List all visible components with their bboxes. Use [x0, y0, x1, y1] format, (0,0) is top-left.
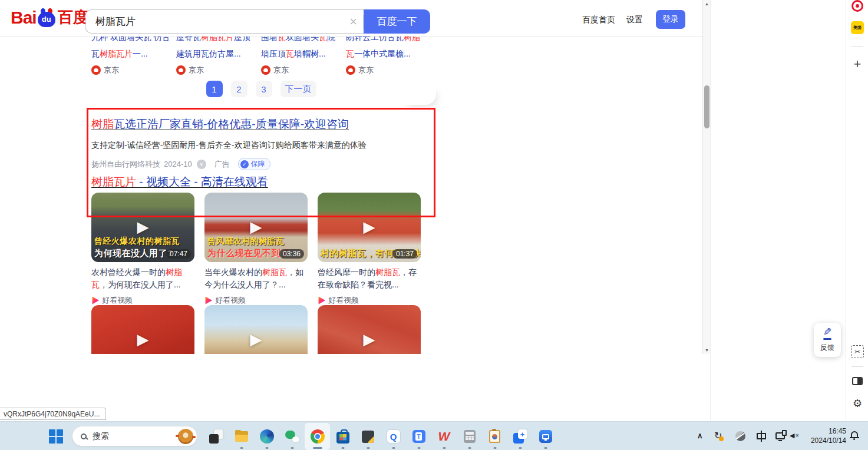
video-row-2: ▶ 树脂瓦 ▶ ▶: [91, 305, 421, 354]
page-button-3[interactable]: 3: [256, 81, 272, 97]
product-title-line2[interactable]: 瓦树脂瓦片一...: [91, 47, 169, 60]
video-source[interactable]: 好看视频: [318, 295, 421, 306]
tray-mute-speaker-icon[interactable]: ◀×: [790, 432, 800, 439]
quark-button[interactable]: Q: [381, 423, 406, 450]
next-page-button[interactable]: 下一页: [280, 81, 316, 97]
baidu-logo[interactable]: Bai du 百度: [11, 7, 88, 28]
video-caption-text[interactable]: 曾经风靡一时的树脂瓦，存在致命缺陷？看完视...: [318, 266, 421, 291]
tray-chevron-up-icon[interactable]: ∧: [697, 431, 703, 440]
video-caption-text[interactable]: 农村曾经火爆一时的树脂瓦，为何现在没人用了...: [91, 266, 194, 291]
video-thumbnail-4[interactable]: ▶ 树脂瓦: [91, 305, 194, 354]
pencil-icon: ✎: [823, 327, 831, 338]
product-source-label: 京东: [358, 65, 374, 75]
docs-button[interactable]: T: [406, 423, 431, 450]
edge-button[interactable]: [254, 423, 279, 450]
video-thumbnail-1[interactable]: ▶ 曾经火爆农村的树脂瓦 为何现在没人用了? 07:47: [91, 193, 194, 262]
video-caption: 当年火爆农村的树脂瓦，如今为什么没人用了？... 好看视频: [204, 266, 308, 306]
video-duration: 07:47: [166, 249, 191, 259]
settings-link[interactable]: 设置: [626, 14, 643, 25]
page-button-1[interactable]: 1: [206, 81, 223, 97]
jd-icon: [346, 65, 355, 75]
video-caption: 农村曾经火爆一时的树脂瓦，为何现在没人用了... 好看视频: [91, 266, 194, 306]
video-thumbnail-5[interactable]: ▶: [204, 305, 308, 354]
product-source-label: 京东: [273, 65, 289, 75]
product-title-line2[interactable]: 建筑用瓦仿古屋...: [176, 47, 254, 60]
meituan-icon[interactable]: 美团: [851, 21, 864, 34]
add-panel-icon[interactable]: +: [846, 57, 868, 72]
baidu-home-link[interactable]: 百度首页: [582, 14, 615, 25]
thumb-overlay-line1: 曾风靡农村的树脂瓦: [207, 236, 285, 247]
ad-title-link[interactable]: 树脂瓦选正浩厂家直销-价格优惠-质量保障-欢迎咨询: [91, 117, 431, 132]
tray-time: 16:45: [805, 426, 846, 436]
gear-icon[interactable]: ⚙: [846, 397, 868, 410]
login-button[interactable]: 登录: [656, 10, 685, 29]
ad-date: 2024-10: [164, 160, 192, 168]
chevron-down-icon[interactable]: ∨: [197, 160, 206, 169]
scroll-down-arrow[interactable]: ▼: [703, 346, 711, 354]
tray-clock[interactable]: 16:45 2024/10/14: [805, 426, 846, 445]
task-view-button[interactable]: [203, 423, 229, 450]
product-item[interactable]: 屋脊瓦树脂瓦片屋顶 建筑用瓦仿古屋... 京东: [176, 31, 261, 75]
scrollbar-thumb[interactable]: [704, 85, 709, 128]
security-monitor-button[interactable]: [533, 423, 558, 450]
tray-notification-bell-icon[interactable]: [851, 431, 858, 437]
video-caption-text[interactable]: 当年火爆农村的树脂瓦，如今为什么没人用了？...: [204, 266, 308, 291]
product-results-row: 九种 双面墙头瓦 仿古 瓦树脂瓦片一... 京东 屋脊瓦树脂瓦片屋顶 建筑用瓦仿…: [91, 31, 437, 75]
wps-button[interactable]: W: [431, 423, 457, 450]
haokan-video-icon: [318, 297, 325, 305]
video-source[interactable]: 好看视频: [91, 295, 194, 306]
video-thumbnail-2[interactable]: ▶ 曾风靡农村的树脂瓦 为什么现在见不到了 03:36: [204, 193, 308, 262]
bluestacks-button[interactable]: +: [507, 423, 533, 450]
product-item[interactable]: 朗轩云工仿古瓦树脂 瓦一体中式屋檐... 京东: [346, 31, 431, 75]
search-button[interactable]: 百度一下: [364, 9, 430, 34]
video-source[interactable]: 好看视频: [204, 295, 308, 306]
video-section-title-link[interactable]: 树脂瓦片 - 视频大全 - 高清在线观看: [91, 175, 268, 189]
product-source[interactable]: 京东: [261, 65, 339, 75]
chrome-icon: [311, 429, 325, 444]
tray-input-method-icon[interactable]: [757, 433, 766, 439]
feedback-button[interactable]: ✎ 反馈: [814, 323, 841, 357]
product-source[interactable]: 京东: [91, 65, 169, 75]
feedback-label: 反馈: [820, 343, 834, 353]
tray-do-not-disturb-icon[interactable]: [735, 431, 745, 441]
file-explorer-button[interactable]: [229, 423, 254, 450]
pencil-underline: [823, 338, 831, 340]
jd-icon: [176, 65, 186, 75]
chrome-button[interactable]: [305, 423, 330, 450]
product-source[interactable]: 京东: [346, 65, 424, 75]
jd-icon: [91, 65, 101, 75]
product-item[interactable]: 围墙瓦双面墙头瓦院 墙压顶瓦墙帽树... 京东: [261, 31, 346, 75]
play-icon: ▶: [364, 218, 375, 236]
tray-sync-icon[interactable]: ↻: [714, 430, 722, 441]
tray-network-display-icon[interactable]: [775, 432, 785, 439]
product-title-line2[interactable]: 墙压顶瓦墙帽树...: [261, 47, 339, 60]
search-input[interactable]: [86, 16, 344, 28]
edge-icon: [260, 429, 274, 444]
content-right-border: [710, 0, 711, 420]
clipboard-app-button[interactable]: [482, 423, 507, 450]
video-thumbnail-6[interactable]: ▶: [318, 305, 421, 354]
screenshot-icon[interactable]: ✂: [851, 345, 864, 358]
ad-result: 树脂瓦选正浩厂家直销-价格优惠-质量保障-欢迎咨询 支持定制-诚信经营-坚固耐用…: [91, 117, 431, 170]
taskbar-search[interactable]: 搜索: [72, 426, 197, 446]
baidu-paw-icon: du: [37, 8, 56, 27]
split-screen-icon[interactable]: [852, 377, 863, 385]
scroll-up-arrow[interactable]: ▲: [703, 0, 711, 8]
security-monitor-icon: [539, 430, 552, 443]
notes-button[interactable]: [355, 423, 381, 450]
weibo-icon[interactable]: [852, 0, 863, 12]
calculator-button[interactable]: [457, 423, 482, 450]
video-thumbnail-3[interactable]: ▶ 村的树脂瓦，有何致命缺陷? 01:37: [318, 193, 421, 262]
wechat-button[interactable]: [279, 423, 305, 450]
scrollbar[interactable]: ▲ ▼: [702, 0, 710, 354]
product-item[interactable]: 九种 双面墙头瓦 仿古 瓦树脂瓦片一... 京东: [91, 31, 176, 75]
microsoft-store-button[interactable]: [330, 423, 355, 450]
product-source[interactable]: 京东: [176, 65, 254, 75]
taskbar-apps: Q T W +: [203, 423, 558, 450]
page-button-2[interactable]: 2: [231, 81, 247, 97]
start-button[interactable]: [49, 429, 63, 444]
tray-date: 2024/10/14: [805, 436, 846, 445]
clear-search-icon[interactable]: ×: [344, 14, 363, 29]
product-title-line2[interactable]: 瓦一体中式屋檐...: [346, 47, 424, 60]
browser-side-panel: 美团 + ✂ ⚙: [846, 0, 868, 420]
